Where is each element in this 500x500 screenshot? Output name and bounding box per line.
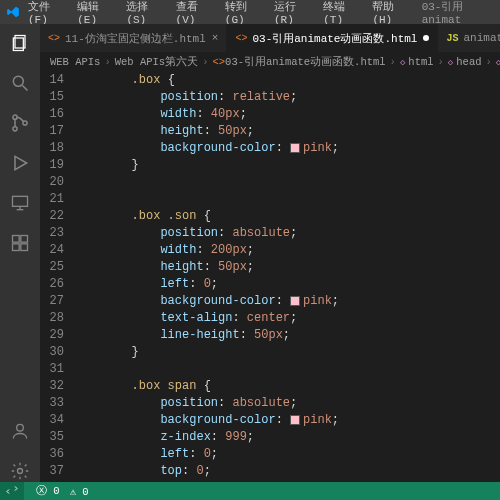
- svg-rect-11: [13, 236, 20, 243]
- status-bar: ⓧ 0 ⚠ 0: [0, 482, 500, 500]
- svg-point-6: [23, 121, 27, 125]
- breadcrumb-item[interactable]: 03-引用animate动画函数.html: [225, 55, 386, 69]
- activity-bar: [0, 24, 40, 482]
- tag-icon: ◇: [448, 57, 453, 68]
- svg-rect-12: [13, 244, 20, 251]
- menu-file[interactable]: 文件(F): [28, 0, 65, 26]
- menu-help[interactable]: 帮助(H): [372, 0, 409, 26]
- breadcrumb-item[interactable]: html: [408, 56, 433, 68]
- js-file-icon: JS: [446, 33, 458, 44]
- svg-rect-14: [21, 236, 28, 243]
- breadcrumb-item[interactable]: Web APIs第六天: [115, 55, 198, 69]
- svg-point-15: [17, 424, 24, 431]
- svg-point-5: [13, 127, 17, 131]
- svg-rect-8: [13, 196, 28, 206]
- close-icon[interactable]: ×: [212, 32, 219, 44]
- remote-explorer-icon[interactable]: [9, 192, 31, 214]
- search-icon[interactable]: [9, 72, 31, 94]
- breadcrumb[interactable]: WEB APIs› Web APIs第六天› <> 03-引用animate动画…: [40, 52, 500, 72]
- errors-count[interactable]: ⓧ 0: [36, 484, 60, 498]
- source-control-icon[interactable]: [9, 112, 31, 134]
- tab-label: animate.js: [464, 32, 501, 44]
- code-lines[interactable]: .box { position: relative; width: 40px; …: [74, 72, 500, 482]
- menu-goto[interactable]: 转到(G): [225, 0, 262, 26]
- warnings-count[interactable]: ⚠ 0: [70, 485, 89, 498]
- modified-dot-icon: [423, 35, 429, 41]
- line-gutter: 1415161718192021222324252627282930313233…: [40, 72, 74, 482]
- accounts-icon[interactable]: [9, 420, 31, 442]
- tab-label: 11-仿淘宝固定侧边栏.html: [65, 31, 206, 46]
- svg-marker-7: [15, 156, 27, 169]
- menu-terminal[interactable]: 终端(T): [323, 0, 360, 26]
- title-bar: 文件(F) 编辑(E) 选择(S) 查看(V) 转到(G) 运行(R) 终端(T…: [0, 0, 500, 24]
- breadcrumb-item[interactable]: head: [456, 56, 481, 68]
- svg-point-16: [18, 469, 23, 474]
- menu-view[interactable]: 查看(V): [176, 0, 213, 26]
- svg-rect-13: [21, 244, 28, 251]
- extensions-icon[interactable]: [9, 232, 31, 254]
- explorer-icon[interactable]: [9, 32, 31, 54]
- menu-edit[interactable]: 编辑(E): [77, 0, 114, 26]
- tab-label: 03-引用animate动画函数.html: [252, 31, 417, 46]
- window-title: 03-引用animat: [422, 0, 494, 26]
- tab-bar: <> 11-仿淘宝固定侧边栏.html × <> 03-引用animate动画函…: [40, 24, 500, 52]
- breadcrumb-item[interactable]: WEB APIs: [50, 56, 100, 68]
- vscode-logo-icon: [6, 5, 20, 19]
- tag-icon: ◇: [400, 57, 405, 68]
- editor-area: <> 11-仿淘宝固定侧边栏.html × <> 03-引用animate动画函…: [40, 24, 500, 482]
- tab-file-2[interactable]: <> 03-引用animate动画函数.html: [227, 24, 438, 52]
- tab-file-1[interactable]: <> 11-仿淘宝固定侧边栏.html ×: [40, 24, 227, 52]
- settings-gear-icon[interactable]: [9, 460, 31, 482]
- main-area: <> 11-仿淘宝固定侧边栏.html × <> 03-引用animate动画函…: [0, 24, 500, 482]
- tab-file-3[interactable]: JS animate.js: [438, 24, 500, 52]
- menu-select[interactable]: 选择(S): [126, 0, 163, 26]
- code-editor[interactable]: 1415161718192021222324252627282930313233…: [40, 72, 500, 482]
- html-file-icon: <>: [48, 33, 60, 44]
- html-file-icon: <>: [212, 56, 225, 68]
- html-file-icon: <>: [235, 33, 247, 44]
- svg-point-4: [13, 115, 17, 119]
- svg-point-2: [13, 76, 23, 86]
- svg-line-3: [23, 86, 28, 91]
- run-debug-icon[interactable]: [9, 152, 31, 174]
- remote-indicator[interactable]: [0, 482, 24, 500]
- menu-run[interactable]: 运行(R): [274, 0, 311, 26]
- tag-icon: ◇: [496, 57, 500, 68]
